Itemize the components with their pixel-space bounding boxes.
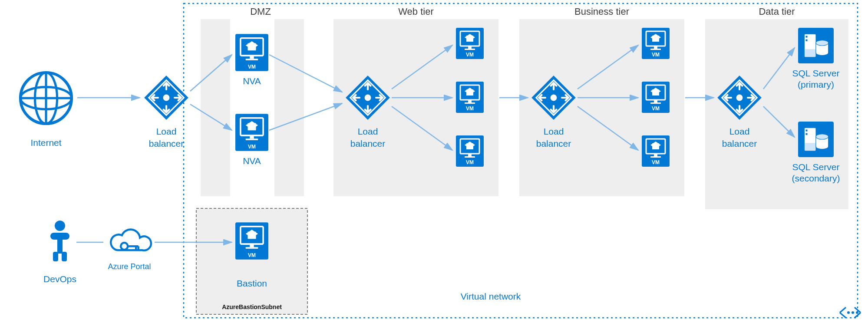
biz-vm-3-caption: VM — [652, 159, 660, 165]
web-load-balancer-label-1: Load — [358, 126, 378, 136]
biz-vm-1-caption: VM — [652, 52, 660, 58]
business-tier-label: Business tier — [574, 6, 629, 17]
nva-vm-1-caption: VM — [248, 64, 256, 70]
web-vm-2-caption: VM — [466, 105, 474, 112]
sql-primary-icon — [798, 28, 834, 63]
devops-icon — [50, 221, 69, 261]
sql-secondary-icon — [798, 122, 834, 157]
azure-portal-icon — [111, 230, 151, 250]
data-tier-label: Data tier — [759, 6, 795, 17]
nva-1-label: NVA — [243, 76, 261, 86]
bastion-vm-caption: VM — [248, 252, 256, 258]
bastion-label: Bastion — [237, 278, 267, 288]
bastion-subnet-label: AzureBastionSubnet — [222, 303, 282, 310]
public-load-balancer-label-1: Load — [156, 126, 177, 136]
web-tier-label: Web tier — [398, 6, 434, 17]
nva-vm-2-caption: VM — [248, 144, 256, 150]
public-load-balancer-icon — [144, 76, 188, 120]
data-load-balancer-label-1: Load — [729, 126, 750, 136]
biz-vm-2-caption: VM — [652, 105, 660, 112]
azure-portal-label: Azure Portal — [108, 262, 151, 271]
business-load-balancer-label-1: Load — [544, 126, 564, 136]
internet-icon — [20, 73, 72, 124]
web-load-balancer-label-2: balancer — [350, 138, 386, 148]
internet-label: Internet — [30, 138, 61, 148]
sql-secondary-label-2: (secondary) — [792, 173, 840, 183]
business-load-balancer-label-2: balancer — [536, 138, 571, 148]
web-vm-3-caption: VM — [466, 159, 474, 165]
data-load-balancer-label-2: balancer — [722, 138, 757, 148]
public-load-balancer-label-2: balancer — [149, 138, 184, 148]
virtual-network-label: Virtual network — [461, 291, 521, 301]
web-vm-1-caption: VM — [466, 52, 474, 58]
sql-primary-label-2: (primary) — [798, 79, 834, 89]
dmz-tier-label: DMZ — [250, 6, 271, 17]
devops-label: DevOps — [43, 274, 76, 284]
sql-secondary-label-1: SQL Server — [792, 162, 840, 172]
nva-2-label: NVA — [243, 156, 261, 166]
sql-primary-label-1: SQL Server — [792, 68, 840, 78]
